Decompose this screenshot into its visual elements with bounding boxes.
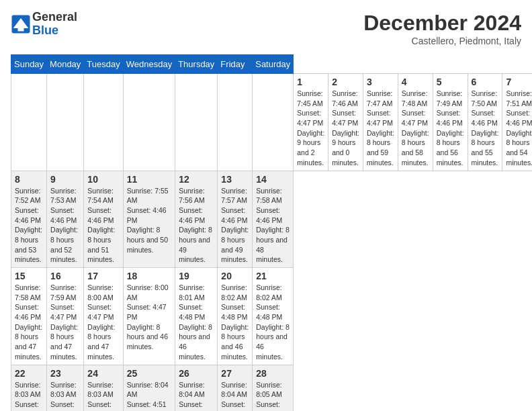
- day-detail: Sunrise: 8:00 AMSunset: 4:47 PMDaylight:…: [87, 283, 119, 362]
- calendar-cell: 25Sunrise: 8:04 AMSunset: 4:51 PMDayligh…: [123, 365, 175, 411]
- day-number: 25: [127, 368, 171, 379]
- calendar-cell: 1Sunrise: 7:45 AMSunset: 4:47 PMDaylight…: [294, 74, 328, 171]
- calendar-week-row: 22Sunrise: 8:03 AMSunset: 4:49 PMDayligh…: [11, 365, 533, 411]
- day-number: 22: [15, 368, 43, 379]
- day-detail: Sunrise: 8:03 AMSunset: 4:49 PMDaylight:…: [15, 380, 43, 412]
- calendar-week-row: 15Sunrise: 7:58 AMSunset: 4:46 PMDayligh…: [11, 268, 533, 365]
- calendar-cell: 4Sunrise: 7:48 AMSunset: 4:47 PMDaylight…: [398, 74, 433, 171]
- svg-rect-2: [18, 28, 24, 32]
- day-number: 19: [179, 271, 214, 281]
- calendar-cell: 10Sunrise: 7:54 AMSunset: 4:46 PMDayligh…: [84, 171, 123, 268]
- day-detail: Sunrise: 8:02 AMSunset: 4:48 PMDaylight:…: [256, 283, 290, 362]
- title-area: December 2024 Castellero, Piedmont, Ital…: [363, 11, 521, 46]
- calendar-cell: 2Sunrise: 7:46 AMSunset: 4:47 PMDaylight…: [328, 74, 363, 171]
- calendar-cell: 27Sunrise: 8:04 AMSunset: 4:52 PMDayligh…: [218, 365, 253, 411]
- calendar-cell: [11, 74, 47, 171]
- logo-text: General Blue: [32, 11, 77, 38]
- calendar-cell: 20Sunrise: 8:02 AMSunset: 4:48 PMDayligh…: [218, 268, 253, 365]
- calendar-cell: 23Sunrise: 8:03 AMSunset: 4:49 PMDayligh…: [47, 365, 84, 411]
- calendar-cell: 28Sunrise: 8:05 AMSunset: 4:53 PMDayligh…: [253, 365, 294, 411]
- calendar-cell: 17Sunrise: 8:00 AMSunset: 4:47 PMDayligh…: [84, 268, 123, 365]
- calendar-cell: 24Sunrise: 8:03 AMSunset: 4:50 PMDayligh…: [84, 365, 123, 411]
- header-wednesday: Wednesday: [123, 55, 175, 74]
- calendar-cell: 19Sunrise: 8:01 AMSunset: 4:48 PMDayligh…: [175, 268, 218, 365]
- day-number: 13: [221, 174, 249, 185]
- calendar-cell: 8Sunrise: 7:52 AMSunset: 4:46 PMDaylight…: [11, 171, 47, 268]
- calendar-cell: [123, 74, 175, 171]
- calendar-table: SundayMondayTuesdayWednesdayThursdayFrid…: [11, 54, 532, 411]
- location-subtitle: Castellero, Piedmont, Italy: [363, 36, 521, 46]
- day-number: 4: [402, 77, 429, 87]
- day-detail: Sunrise: 7:55 AMSunset: 4:46 PMDaylight:…: [127, 186, 171, 255]
- day-detail: Sunrise: 7:54 AMSunset: 4:46 PMDaylight:…: [87, 186, 119, 265]
- day-number: 8: [15, 174, 43, 185]
- calendar-cell: 16Sunrise: 7:59 AMSunset: 4:47 PMDayligh…: [47, 268, 84, 365]
- day-detail: Sunrise: 8:03 AMSunset: 4:50 PMDaylight:…: [87, 380, 119, 412]
- day-number: 27: [221, 368, 249, 379]
- calendar-week-row: 8Sunrise: 7:52 AMSunset: 4:46 PMDaylight…: [11, 171, 533, 268]
- day-detail: Sunrise: 7:49 AMSunset: 4:46 PMDaylight:…: [437, 89, 464, 168]
- page-header: General Blue December 2024 Castellero, P…: [11, 11, 521, 46]
- calendar-cell: 21Sunrise: 8:02 AMSunset: 4:48 PMDayligh…: [253, 268, 294, 365]
- day-detail: Sunrise: 7:52 AMSunset: 4:46 PMDaylight:…: [15, 186, 43, 265]
- day-detail: Sunrise: 7:53 AMSunset: 4:46 PMDaylight:…: [50, 186, 80, 265]
- day-detail: Sunrise: 8:04 AMSunset: 4:52 PMDaylight:…: [221, 380, 249, 412]
- day-detail: Sunrise: 8:05 AMSunset: 4:53 PMDaylight:…: [256, 380, 290, 412]
- month-title: December 2024: [363, 11, 521, 36]
- day-number: 26: [179, 368, 214, 379]
- header-sunday: Sunday: [11, 55, 47, 74]
- calendar-cell: 15Sunrise: 7:58 AMSunset: 4:46 PMDayligh…: [11, 268, 47, 365]
- calendar-cell: 7Sunrise: 7:51 AMSunset: 4:46 PMDaylight…: [502, 74, 532, 171]
- day-number: 12: [179, 174, 214, 185]
- calendar-cell: [47, 74, 84, 171]
- header-friday: Friday: [218, 55, 253, 74]
- day-detail: Sunrise: 7:51 AMSunset: 4:46 PMDaylight:…: [506, 89, 532, 168]
- day-number: 16: [50, 271, 80, 281]
- day-number: 7: [506, 77, 532, 87]
- logo-general: General: [32, 11, 77, 24]
- logo: General Blue: [11, 11, 77, 38]
- calendar-cell: 12Sunrise: 7:56 AMSunset: 4:46 PMDayligh…: [175, 171, 218, 268]
- day-detail: Sunrise: 7:45 AMSunset: 4:47 PMDaylight:…: [297, 89, 324, 168]
- day-detail: Sunrise: 7:48 AMSunset: 4:47 PMDaylight:…: [402, 89, 429, 168]
- day-detail: Sunrise: 8:01 AMSunset: 4:48 PMDaylight:…: [179, 283, 214, 362]
- header-saturday: Saturday: [253, 55, 294, 74]
- day-detail: Sunrise: 8:00 AMSunset: 4:47 PMDaylight:…: [127, 283, 171, 352]
- calendar-week-row: 1Sunrise: 7:45 AMSunset: 4:47 PMDaylight…: [11, 74, 533, 171]
- day-number: 17: [87, 271, 119, 281]
- day-number: 18: [127, 271, 171, 281]
- day-number: 2: [332, 77, 359, 87]
- day-detail: Sunrise: 7:50 AMSunset: 4:46 PMDaylight:…: [472, 89, 499, 168]
- calendar-cell: 6Sunrise: 7:50 AMSunset: 4:46 PMDaylight…: [468, 74, 502, 171]
- day-number: 21: [256, 271, 290, 281]
- calendar-cell: [175, 74, 218, 171]
- day-detail: Sunrise: 8:04 AMSunset: 4:51 PMDaylight:…: [127, 380, 171, 412]
- day-detail: Sunrise: 7:47 AMSunset: 4:47 PMDaylight:…: [367, 89, 394, 168]
- day-detail: Sunrise: 7:46 AMSunset: 4:47 PMDaylight:…: [332, 89, 359, 168]
- day-number: 6: [472, 77, 499, 87]
- calendar-cell: 22Sunrise: 8:03 AMSunset: 4:49 PMDayligh…: [11, 365, 47, 411]
- day-number: 20: [221, 271, 249, 281]
- day-number: 14: [256, 174, 290, 185]
- day-number: 24: [87, 368, 119, 379]
- calendar-cell: [218, 74, 253, 171]
- header-tuesday: Tuesday: [84, 55, 123, 74]
- calendar-cell: 11Sunrise: 7:55 AMSunset: 4:46 PMDayligh…: [123, 171, 175, 268]
- day-detail: Sunrise: 8:02 AMSunset: 4:48 PMDaylight:…: [221, 283, 249, 362]
- calendar-cell: 13Sunrise: 7:57 AMSunset: 4:46 PMDayligh…: [218, 171, 253, 268]
- day-detail: Sunrise: 7:57 AMSunset: 4:46 PMDaylight:…: [221, 186, 249, 265]
- day-detail: Sunrise: 8:04 AMSunset: 4:51 PMDaylight:…: [179, 380, 214, 412]
- day-number: 23: [50, 368, 80, 379]
- day-number: 10: [87, 174, 119, 185]
- calendar-cell: [84, 74, 123, 171]
- day-detail: Sunrise: 7:58 AMSunset: 4:46 PMDaylight:…: [15, 283, 43, 362]
- day-number: 5: [437, 77, 464, 87]
- calendar-cell: 5Sunrise: 7:49 AMSunset: 4:46 PMDaylight…: [433, 74, 468, 171]
- calendar-cell: [253, 74, 294, 171]
- calendar-cell: 3Sunrise: 7:47 AMSunset: 4:47 PMDaylight…: [363, 74, 398, 171]
- header-monday: Monday: [47, 55, 84, 74]
- day-detail: Sunrise: 8:03 AMSunset: 4:49 PMDaylight:…: [50, 380, 80, 412]
- day-number: 3: [367, 77, 394, 87]
- day-detail: Sunrise: 7:59 AMSunset: 4:47 PMDaylight:…: [50, 283, 80, 362]
- logo-blue: Blue: [32, 24, 77, 38]
